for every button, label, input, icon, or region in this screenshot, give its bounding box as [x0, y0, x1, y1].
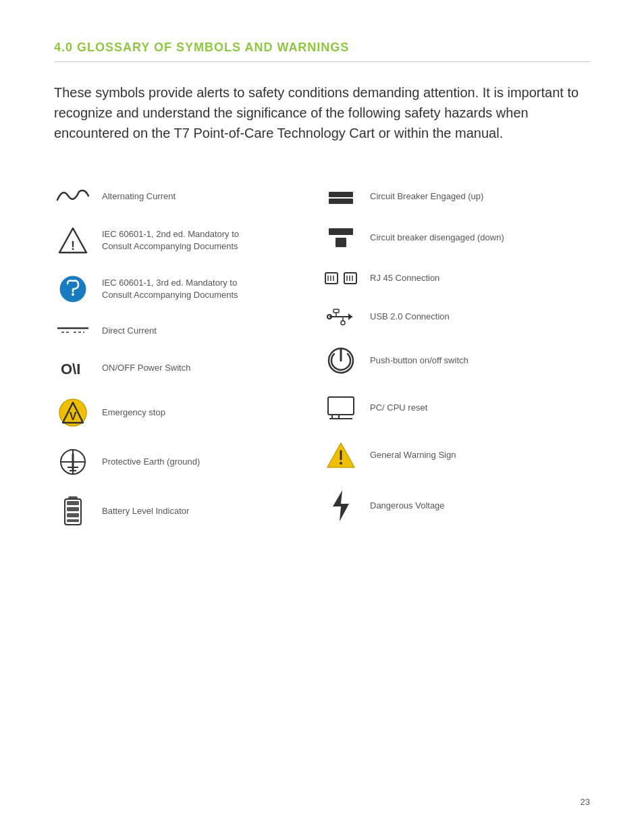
svg-text:V: V: [69, 411, 76, 422]
svg-rect-20: [67, 507, 79, 511]
symbol-pushbtn: Push-button on/off switch: [322, 336, 590, 385]
cb-down-icon: [322, 226, 359, 250]
svg-rect-22: [67, 519, 79, 522]
iec2-label: IEC 60601-1, 2nd ed. Mandatory toConsult…: [102, 228, 239, 253]
cb-down-label: Circuit breaker disengaged (down): [370, 232, 504, 244]
iec2-icon: !: [54, 226, 91, 255]
symbol-rj45: RJ 45 Connection: [322, 259, 590, 297]
battery-label: Battery Level Indicator: [102, 505, 189, 517]
cpu-label: PC/ CPU reset: [370, 402, 427, 414]
symbol-voltage: Dangerous Voltage: [322, 479, 590, 532]
svg-text:!: !: [71, 239, 75, 253]
ac-label: Alternating Current: [102, 190, 176, 203]
cpu-icon: [322, 394, 359, 421]
cb-up-label: Circuit Breaker Engaged (up): [370, 190, 483, 203]
symbol-cpu: PC/ CPU reset: [322, 385, 590, 431]
battery-icon: [54, 496, 91, 527]
symbols-grid: Alternating Current ! IEC 60601-1, 2nd e…: [54, 177, 590, 536]
dc-icon: [54, 323, 91, 339]
section-title: 4.0 GLOSSARY OF SYMBOLS AND WARNINGS: [54, 41, 590, 55]
iec3-icon: [54, 274, 91, 304]
rj45-label: RJ 45 Connection: [370, 272, 439, 284]
left-column: Alternating Current ! IEC 60601-1, 2nd e…: [54, 177, 322, 536]
svg-rect-27: [325, 273, 338, 284]
dc-label: Direct Current: [102, 325, 157, 337]
symbol-dc: Direct Current: [54, 313, 322, 348]
intro-text: These symbols provide alerts to safety c…: [54, 82, 590, 143]
voltage-icon: [322, 489, 359, 523]
onoff-label: ON/OFF Power Switch: [102, 362, 190, 374]
page-number: 23: [581, 797, 590, 807]
genwarning-icon: [322, 440, 359, 470]
symbol-iec2: ! IEC 60601-1, 2nd ed. Mandatory toConsu…: [54, 216, 322, 265]
svg-point-49: [340, 462, 342, 465]
svg-marker-50: [333, 490, 349, 521]
symbol-emergency: V Emergency stop: [54, 388, 322, 438]
page: 4.0 GLOSSARY OF SYMBOLS AND WARNINGS The…: [0, 0, 644, 834]
svg-rect-24: [329, 199, 353, 204]
right-column: Circuit Breaker Engaged (up) Circuit bre…: [322, 177, 590, 536]
pushbtn-icon: [322, 346, 359, 375]
ac-icon: [54, 186, 91, 207]
symbol-earth: Protective Earth (ground): [54, 438, 322, 486]
symbol-usb: USB 2.0 Connection: [322, 297, 590, 336]
symbol-genwarning: General Warning Sign: [322, 431, 590, 479]
usb-label: USB 2.0 Connection: [370, 311, 450, 323]
symbol-iec3: IEC 60601-1, 3rd ed. Mandatory toConsult…: [54, 265, 322, 313]
svg-rect-19: [67, 501, 79, 505]
svg-rect-31: [344, 273, 356, 284]
onoff-icon: O\I: [54, 358, 91, 378]
earth-icon: [54, 447, 91, 477]
pushbtn-label: Push-button on/off switch: [370, 355, 468, 367]
symbol-ac: Alternating Current: [54, 177, 322, 216]
symbol-onoff: O\I ON/OFF Power Switch: [54, 348, 322, 388]
svg-rect-38: [333, 309, 339, 313]
svg-text:O\I: O\I: [61, 361, 80, 377]
earth-label: Protective Earth (ground): [102, 456, 200, 468]
svg-rect-23: [329, 192, 353, 197]
emergency-icon: V: [54, 397, 91, 428]
usb-icon: [322, 307, 359, 327]
voltage-label: Dangerous Voltage: [370, 500, 445, 512]
symbol-cb-up: Circuit Breaker Engaged (up): [322, 177, 590, 216]
svg-marker-36: [348, 313, 352, 320]
iec3-label: IEC 60601-1, 3rd ed. Mandatory toConsult…: [102, 277, 238, 301]
genwarning-label: General Warning Sign: [370, 449, 456, 461]
emergency-label: Emergency stop: [102, 407, 165, 419]
rj45-icon: [322, 269, 359, 288]
svg-rect-26: [336, 238, 346, 247]
cb-up-icon: [322, 186, 359, 207]
svg-point-3: [72, 293, 74, 296]
svg-rect-25: [329, 228, 353, 235]
svg-rect-44: [328, 397, 354, 415]
divider: [54, 61, 590, 62]
svg-rect-21: [67, 513, 79, 517]
symbol-battery: Battery Level Indicator: [54, 486, 322, 536]
symbol-cb-down: Circuit breaker disengaged (down): [322, 216, 590, 259]
